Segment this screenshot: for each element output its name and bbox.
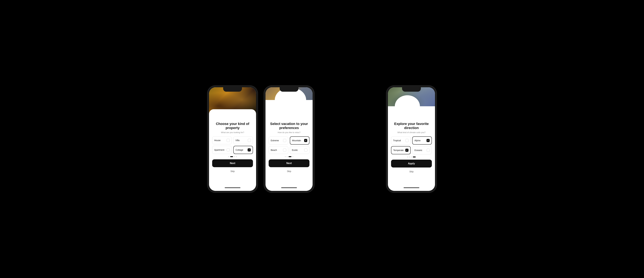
checkbox-tropical[interactable] <box>406 139 408 142</box>
dot-1-4 <box>236 156 237 157</box>
checkbox-cottage[interactable] <box>248 148 251 152</box>
option-house[interactable]: House <box>212 136 232 144</box>
dot-2-2 <box>287 156 288 157</box>
screen-1-content: Choose your kind of property What are yo… <box>209 119 256 191</box>
phone-1: Choose your kind of property What are yo… <box>208 86 258 192</box>
checkbox-exotic[interactable] <box>304 148 308 152</box>
option-tropical[interactable]: Tropical <box>391 136 411 144</box>
screen-3-title: Explore your favorite direction <box>391 122 432 130</box>
dot-2-1 <box>285 156 286 157</box>
hero-image-1 <box>209 87 256 119</box>
skip-button-1[interactable]: Skip <box>212 169 253 174</box>
screen-1-pagination <box>212 156 253 157</box>
apply-button[interactable]: Apply <box>391 160 432 168</box>
dot-2-4 <box>292 156 293 157</box>
checkbox-villa[interactable] <box>248 139 251 142</box>
dot-3-3 <box>411 156 412 158</box>
hero-image-2 <box>266 87 312 119</box>
option-mountain[interactable]: Mountain <box>290 136 310 144</box>
option-villa[interactable]: Villa <box>233 136 253 144</box>
checkbox-oceanic[interactable] <box>427 149 430 152</box>
notch-1 <box>223 87 242 92</box>
option-beach[interactable]: Beach <box>269 146 288 154</box>
screen-1-options: House Villa Apartment Cottage <box>212 136 253 154</box>
checkbox-extreme[interactable] <box>283 139 286 142</box>
checkbox-apartment[interactable] <box>226 148 230 152</box>
black-gap <box>320 86 380 192</box>
checkbox-house[interactable] <box>226 139 230 142</box>
dot-1-3 <box>234 156 235 157</box>
screen-1-title: Choose your kind of property <box>212 122 253 130</box>
checkbox-alpine[interactable] <box>426 139 430 142</box>
option-alpine[interactable]: Alpine <box>412 136 432 144</box>
home-indicator-1 <box>225 188 240 188</box>
option-cottage[interactable]: Cottage <box>233 146 253 154</box>
next-button-1[interactable]: Next <box>212 159 253 167</box>
screen-2-title: Select vacation to your preferences <box>269 122 310 130</box>
hero-3-wave <box>388 106 435 119</box>
screen-2-options: Extreme Mountain Beach Exotic <box>269 136 310 154</box>
skip-button-2[interactable]: Skip <box>269 169 310 174</box>
screen-3-pagination <box>391 156 432 158</box>
option-extreme[interactable]: Extreme <box>269 136 288 144</box>
dot-2-3 <box>288 156 292 157</box>
checkbox-beach[interactable] <box>283 148 286 152</box>
hero-image-3 <box>388 87 435 119</box>
dot-1-1 <box>228 156 229 157</box>
screen-2-content: Select vacation to your preferences How … <box>266 119 312 191</box>
option-temperate[interactable]: Temperate <box>391 146 411 154</box>
checkbox-mountain[interactable] <box>304 139 307 142</box>
dot-3-2 <box>409 156 410 158</box>
dot-3-1 <box>407 156 408 158</box>
skip-button-3[interactable]: Skip <box>391 169 432 174</box>
option-oceanic[interactable]: Oceanic <box>412 146 432 154</box>
screen-1-subtitle: What are you looking for? <box>212 131 253 134</box>
home-indicator-2 <box>281 188 297 188</box>
notch-2 <box>280 87 298 92</box>
screen-2-subtitle: How do you like to relax? <box>269 131 310 134</box>
notch-3 <box>402 87 421 92</box>
checkbox-temperate[interactable] <box>405 149 408 152</box>
home-indicator-3 <box>404 188 419 188</box>
option-exotic[interactable]: Exotic <box>290 146 310 154</box>
screen-3-options: Tropical Alpine Temperate Oceanic <box>391 136 432 154</box>
dot-3-4 <box>413 156 416 158</box>
next-button-2[interactable]: Next <box>269 159 310 167</box>
phone-2: Select vacation to your preferences How … <box>264 86 314 192</box>
screen-2-pagination <box>269 156 310 157</box>
hero-2-wave <box>266 100 312 119</box>
option-apartment[interactable]: Apartment <box>212 146 232 154</box>
screen-3-subtitle: What kind of climate suits you? <box>391 131 432 134</box>
dot-1-2 <box>230 156 233 157</box>
phone-3: Explore your favorite direction What kin… <box>386 86 436 192</box>
screen-3-content: Explore your favorite direction What kin… <box>388 119 435 191</box>
phone-showcase: Choose your kind of property What are yo… <box>208 86 436 192</box>
